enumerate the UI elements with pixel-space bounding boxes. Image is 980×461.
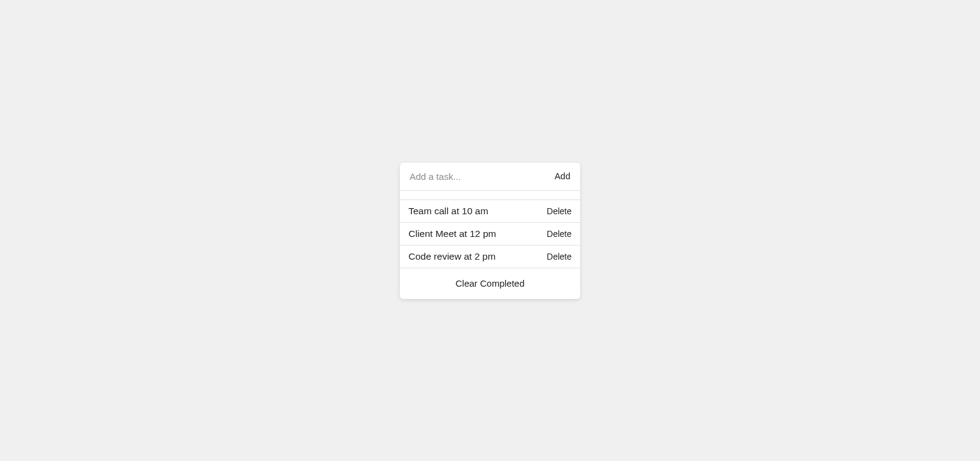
task-input[interactable] — [410, 171, 554, 182]
task-text[interactable]: Code review at 2 pm — [408, 251, 496, 262]
task-item: Client Meet at 12 pm Delete — [400, 223, 580, 246]
delete-button[interactable]: Delete — [547, 252, 572, 261]
clear-completed-button[interactable]: Clear Completed — [456, 278, 525, 289]
task-item: Team call at 10 am Delete — [400, 200, 580, 223]
footer: Clear Completed — [400, 268, 580, 299]
task-text[interactable]: Team call at 10 am — [408, 206, 488, 217]
task-list: Team call at 10 am Delete Client Meet at… — [400, 200, 580, 268]
task-text[interactable]: Client Meet at 12 pm — [408, 228, 496, 239]
delete-button[interactable]: Delete — [547, 229, 572, 239]
input-row: Add — [400, 163, 580, 191]
add-button[interactable]: Add — [554, 171, 570, 181]
delete-button[interactable]: Delete — [547, 206, 572, 216]
task-item: Code review at 2 pm Delete — [400, 246, 580, 268]
todo-card: Add Team call at 10 am Delete Client Mee… — [400, 163, 580, 299]
